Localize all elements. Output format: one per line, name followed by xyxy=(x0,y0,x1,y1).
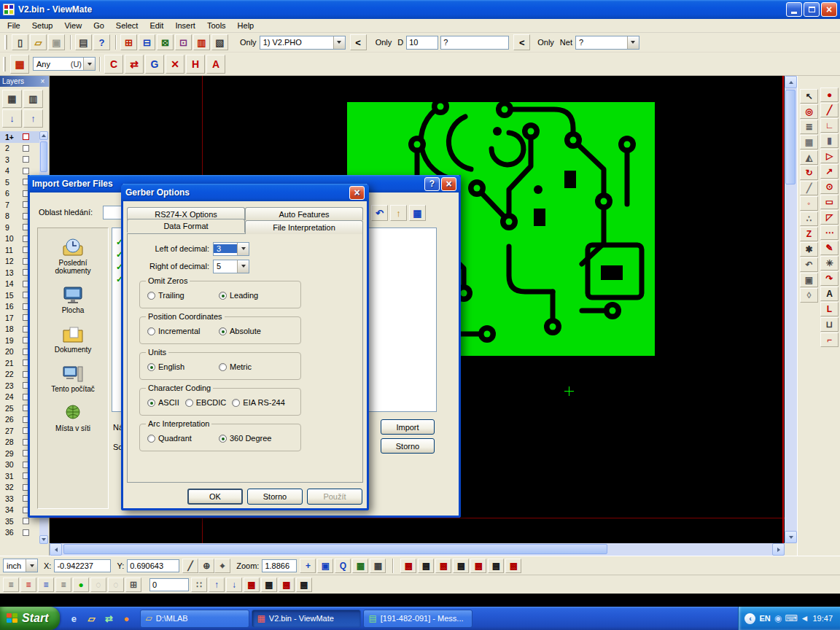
dot-grid-icon[interactable]: ∷ xyxy=(191,578,207,592)
stack-2-icon[interactable]: ≡ xyxy=(20,578,36,592)
pattern-d-icon[interactable]: ▩ xyxy=(296,578,312,592)
layer-row[interactable]: 3 xyxy=(0,154,39,166)
polygon-icon[interactable]: ▷ xyxy=(820,149,839,163)
aperture-shape-combo[interactable]: Any (U) xyxy=(33,57,96,71)
hole-2-icon[interactable]: ◌ xyxy=(108,578,124,592)
target-icon[interactable]: ⌖ xyxy=(214,559,230,573)
back-icon[interactable]: ↶ xyxy=(371,205,388,221)
close-button[interactable] xyxy=(349,186,365,200)
browser-icon[interactable]: ● xyxy=(119,611,133,626)
scroll-thumb[interactable] xyxy=(785,90,796,184)
network-tray-icon[interactable]: ◉ xyxy=(774,613,782,623)
pointer-icon[interactable]: ↖ xyxy=(800,89,818,104)
volume-tray-icon[interactable]: ◄ xyxy=(801,613,809,623)
query-icon[interactable]: ▧ xyxy=(211,34,228,50)
scroll-up-icon[interactable] xyxy=(39,131,48,140)
swap-icon[interactable]: ⇄ xyxy=(125,55,144,74)
pad-pattern-5-icon[interactable]: ▩ xyxy=(470,559,486,573)
filled-square-icon[interactable]: ▦ xyxy=(800,135,818,149)
g-code-icon[interactable]: G xyxy=(145,55,164,74)
layer-grid-icon[interactable]: ▦ xyxy=(2,90,22,108)
layers-order-icon[interactable]: ≣ xyxy=(800,120,818,134)
menu-item-tools[interactable]: Tools xyxy=(201,20,232,31)
layer-color-box[interactable] xyxy=(23,518,29,524)
open-folder-icon[interactable]: ▱ xyxy=(30,34,47,50)
dcode-value-field[interactable]: 10 xyxy=(406,36,438,50)
window-grid-icon[interactable]: ⊞ xyxy=(125,578,141,592)
scroll-down-icon[interactable] xyxy=(39,535,48,544)
grid-table-icon[interactable]: ▦ xyxy=(352,559,368,573)
import-button[interactable]: Import xyxy=(381,419,435,435)
minimize-button[interactable] xyxy=(786,2,802,17)
pad-pattern-4-icon[interactable]: ▩ xyxy=(453,559,469,573)
text-icon[interactable]: A xyxy=(820,287,839,301)
place-my-computer[interactable]: Tento počítač xyxy=(38,363,108,393)
chevron-down-icon[interactable] xyxy=(237,243,249,255)
chamfer-icon[interactable]: ◸ xyxy=(820,210,839,225)
layer-color-box[interactable] xyxy=(23,156,29,163)
internet-explorer-icon[interactable]: e xyxy=(66,611,81,626)
pattern-b-icon[interactable]: ▩ xyxy=(261,578,277,592)
place-documents[interactable]: Dokumenty xyxy=(38,324,108,354)
text-a-icon[interactable]: A xyxy=(206,55,225,74)
restore-button[interactable] xyxy=(804,2,820,17)
menu-item-view[interactable]: View xyxy=(58,20,88,31)
close-icon[interactable] xyxy=(39,77,47,85)
cross-icon[interactable]: ✕ xyxy=(166,55,184,74)
vertical-scrollbar[interactable] xyxy=(785,76,797,543)
stack-1-icon[interactable]: ≡ xyxy=(3,578,19,592)
chevron-down-icon[interactable] xyxy=(237,260,249,273)
menu-item-insert[interactable]: Insert xyxy=(169,20,201,31)
view-menu-icon[interactable]: ▦ xyxy=(409,205,426,221)
help-button[interactable] xyxy=(424,177,440,191)
pad-pattern-3-icon[interactable]: ▩ xyxy=(435,559,451,573)
chevron-down-icon[interactable] xyxy=(26,559,37,572)
tab-data-format[interactable]: Data Format xyxy=(127,219,245,233)
zoom-window-icon[interactable]: ▣ xyxy=(317,559,333,573)
settings-gear-icon[interactable]: ✱ xyxy=(800,242,818,257)
task-mlab[interactable]: ▱D:\MLAB xyxy=(140,610,249,628)
measure-icon[interactable]: ╱ xyxy=(182,559,198,573)
new-file-icon[interactable]: ▯ xyxy=(12,34,28,50)
zoom-in-icon[interactable]: + xyxy=(300,559,316,573)
task-message[interactable]: ▤[191-482-091] - Mess... xyxy=(363,610,472,628)
radio-english[interactable]: English xyxy=(147,362,207,371)
chevron-down-icon[interactable] xyxy=(83,58,95,70)
tab-auto-features[interactable]: Auto Features xyxy=(245,207,363,220)
l-shape-icon[interactable]: L xyxy=(820,302,839,316)
menu-item-help[interactable]: Help xyxy=(232,20,260,31)
unit-combo[interactable]: inch xyxy=(3,559,38,572)
h-pad-icon[interactable]: H xyxy=(186,55,205,74)
radio-ebcdic[interactable]: EBCDIC xyxy=(185,398,227,407)
flash-pad-icon[interactable]: ● xyxy=(820,88,839,102)
layer-row[interactable]: 36 xyxy=(0,527,39,539)
menu-item-edit[interactable]: Edit xyxy=(144,20,169,31)
task-viewmate[interactable]: ▦V2.bin - ViewMate xyxy=(252,610,361,628)
filter-icon[interactable]: ▥ xyxy=(193,34,210,50)
tray-chevron-icon[interactable]: ‹ xyxy=(744,613,755,624)
scroll-thumb[interactable] xyxy=(63,544,607,554)
radio-360-degree[interactable]: 360 Degree xyxy=(219,434,279,443)
undo-icon[interactable]: ↶ xyxy=(800,257,818,272)
menu-item-select[interactable]: Select xyxy=(110,20,144,31)
redraw-icon[interactable]: ◎ xyxy=(800,104,818,119)
pattern-c-icon[interactable]: ▩ xyxy=(279,578,295,592)
dashed-line-icon[interactable]: ⋯ xyxy=(820,225,839,240)
start-button[interactable]: Start xyxy=(0,607,60,630)
origin-icon[interactable]: ⊕ xyxy=(198,559,214,573)
menu-item-go[interactable]: Go xyxy=(88,20,110,31)
snap-grid-icon[interactable]: ▣ xyxy=(800,273,818,287)
pad-pattern-7-icon[interactable]: ▩ xyxy=(505,559,521,573)
highlight-t-icon[interactable]: ⊟ xyxy=(139,34,155,50)
stack-4-icon[interactable]: ≡ xyxy=(55,578,71,592)
place-recent-documents[interactable]: Poslední dokumenty xyxy=(38,237,108,275)
rectangle-icon[interactable]: ▭ xyxy=(820,195,839,209)
layers-panel-header[interactable]: Layers xyxy=(0,76,49,87)
move-down-icon[interactable]: ↓ xyxy=(2,109,22,128)
draw-trace-icon[interactable]: ╱ xyxy=(820,103,839,117)
highlight-n-icon[interactable]: ⊡ xyxy=(175,34,192,50)
pattern-a-icon[interactable]: ▩ xyxy=(244,578,260,592)
context-help-icon[interactable]: ? xyxy=(93,34,110,50)
cancel-button[interactable]: Storno xyxy=(247,489,303,505)
circle-center-icon[interactable]: ⊙ xyxy=(820,179,839,194)
